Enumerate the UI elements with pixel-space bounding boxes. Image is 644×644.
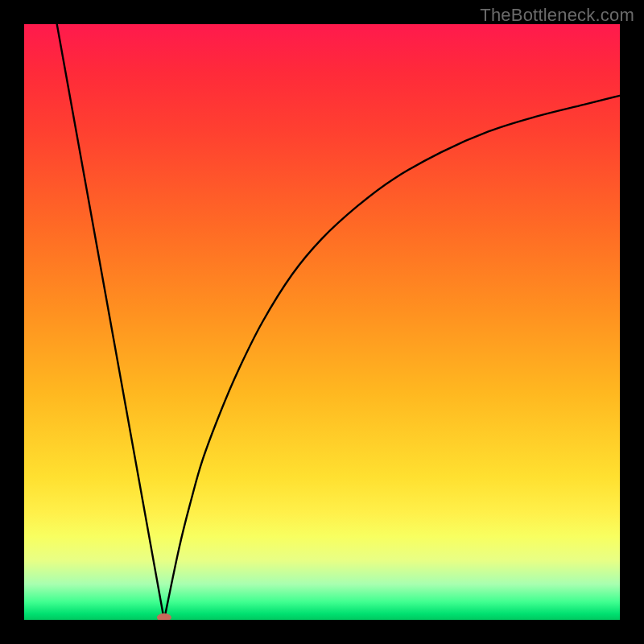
minimum-marker [157, 613, 171, 620]
watermark-text: TheBottleneck.com [480, 5, 634, 26]
plot-area [24, 24, 620, 620]
curve-layer [24, 24, 620, 620]
series-layer [57, 24, 620, 620]
right-curve-line [164, 96, 620, 620]
left-slope-line [57, 24, 164, 620]
chart-frame: TheBottleneck.com [0, 0, 644, 644]
